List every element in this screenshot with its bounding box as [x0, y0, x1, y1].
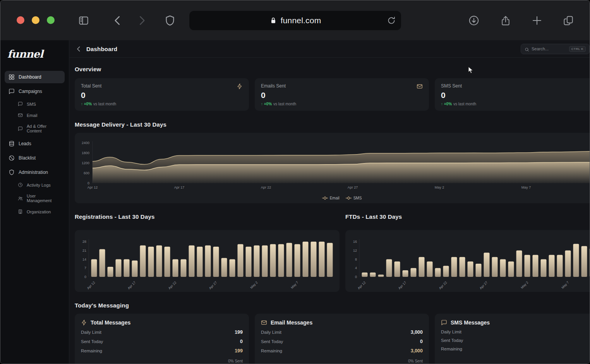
- svg-text:2400: 2400: [82, 141, 89, 145]
- legend-item-sms[interactable]: SMS: [346, 196, 362, 200]
- message-delivery-chart: 0600120018002400Apr 12Apr 17Apr 22Apr 27…: [75, 136, 590, 194]
- tab-overview-icon[interactable]: [563, 15, 574, 26]
- back-icon[interactable]: [112, 15, 123, 26]
- bar: [565, 251, 571, 277]
- bar: [427, 261, 433, 277]
- bar: [443, 266, 449, 277]
- percent-sent-label: 0% Sent: [228, 359, 243, 363]
- today-card-value: 3,000: [411, 330, 423, 335]
- sidebar-item-sms[interactable]: SMS: [14, 100, 65, 108]
- bar: [132, 261, 138, 277]
- back-chevron-icon[interactable]: [75, 46, 82, 52]
- legend-marker-icon: [322, 196, 328, 200]
- bar: [213, 247, 219, 277]
- search-input[interactable]: [532, 46, 567, 51]
- page-title: Dashboard: [86, 46, 117, 52]
- today-card-row: Daily Limit: [441, 330, 590, 334]
- close-window-button[interactable]: [17, 16, 24, 24]
- bar: [230, 259, 235, 277]
- sidebar-item-label: User Management: [27, 194, 61, 203]
- sidebar-item-organization[interactable]: Organization: [14, 207, 65, 216]
- stat-value: 0: [441, 91, 590, 100]
- ftds-heading: FTDs - Last 30 Days: [345, 213, 402, 220]
- today-messaging-cards: Total MessagesDaily Limit199Sent Today0R…: [75, 314, 590, 364]
- sidebar-item-ad-offer-content[interactable]: Ad & Offer Content: [14, 122, 65, 135]
- browser-chrome: funnel.com: [0, 0, 590, 40]
- today-card-row: Daily Limit199: [81, 330, 243, 335]
- sidebar-item-activity-logs[interactable]: Activity Logs: [14, 180, 65, 189]
- main-area: Dashboard CTRL K Overview Total Sent0↑ +…: [69, 40, 590, 364]
- bar: [378, 275, 384, 277]
- new-tab-icon[interactable]: [531, 15, 543, 26]
- sidebar-item-user-management[interactable]: User Management: [14, 192, 65, 205]
- mail-icon: [18, 113, 23, 118]
- bar: [246, 247, 252, 277]
- sidebar-item-campaigns[interactable]: Campaigns: [5, 85, 65, 98]
- registrations-chart-card: 07142128Apr 12Apr 17Apr 22Apr 27May 2May…: [75, 230, 340, 292]
- stat-delta: ↑ +0%vs last month: [81, 102, 243, 106]
- reload-icon[interactable]: [387, 16, 396, 25]
- svg-text:May 2: May 2: [520, 280, 529, 290]
- legend-marker-icon: [346, 196, 352, 200]
- bar: [91, 259, 97, 277]
- svg-text:May 2: May 2: [435, 185, 444, 189]
- stat-delta: ↑ +0%vs last month: [261, 102, 423, 106]
- sidebar-toggle-icon[interactable]: [78, 15, 89, 26]
- bar: [262, 246, 268, 277]
- sidebar-item-leads[interactable]: Leads: [5, 137, 65, 150]
- minimize-window-button[interactable]: [32, 16, 39, 24]
- bar: [140, 246, 146, 277]
- clock-icon: [18, 182, 23, 187]
- svg-text:14: 14: [82, 258, 86, 261]
- stat-value: 0: [261, 91, 423, 100]
- bar: [476, 264, 482, 277]
- bar: [124, 259, 130, 277]
- today-card-title: Total Messages: [91, 319, 130, 326]
- stat-card-emails-sent: Emails Sent0↑ +0%vs last month: [255, 78, 429, 111]
- traffic-lights: [17, 16, 55, 24]
- bar: [319, 242, 325, 277]
- zoom-window-button[interactable]: [47, 16, 55, 24]
- search-box[interactable]: CTRL K: [521, 44, 590, 54]
- sidebar-item-administration[interactable]: Administration: [5, 166, 65, 179]
- svg-text:0: 0: [355, 275, 357, 279]
- bar: [557, 255, 563, 277]
- url-bar[interactable]: funnel.com: [189, 11, 401, 30]
- building-icon: [18, 209, 23, 214]
- svg-text:21: 21: [82, 249, 86, 252]
- bar: [581, 246, 587, 277]
- bar: [500, 259, 506, 277]
- today-messaging-heading: Today's Messaging: [75, 302, 590, 309]
- svg-text:Apr 12: Apr 12: [86, 280, 96, 290]
- bar: [541, 259, 547, 277]
- bar: [156, 246, 162, 277]
- svg-text:28: 28: [82, 240, 86, 244]
- share-icon[interactable]: [500, 15, 511, 26]
- privacy-shield-icon[interactable]: [164, 15, 176, 26]
- overview-heading: Overview: [75, 66, 590, 72]
- search-icon: [525, 46, 529, 51]
- downloads-icon[interactable]: [468, 15, 480, 26]
- bar: [278, 244, 284, 277]
- zap-icon: [81, 319, 87, 326]
- dashboard-content: Overview Total Sent0↑ +0%vs last monthEm…: [69, 66, 590, 364]
- up-arrow-icon: ↑ +0%: [261, 102, 272, 106]
- sidebar-item-email[interactable]: Email: [14, 111, 65, 120]
- bar: [525, 255, 530, 277]
- lock-icon: [269, 17, 277, 24]
- bar: [394, 261, 400, 277]
- svg-text:12: 12: [353, 249, 357, 252]
- today-card-value: 199: [235, 330, 243, 335]
- bar: [492, 257, 498, 277]
- sidebar-item-blacklist[interactable]: Blacklist: [5, 152, 65, 164]
- stat-card-sms-sent: SMS Sent0↑ +0%vs last month: [435, 78, 590, 111]
- today-card-value: 0: [420, 339, 423, 344]
- mail-icon: [417, 83, 423, 89]
- bar: [484, 252, 490, 277]
- today-card-row: Sent Today0: [261, 339, 423, 344]
- svg-text:4: 4: [355, 266, 357, 270]
- legend-item-email[interactable]: Email: [322, 196, 340, 200]
- today-card-title: Email Messages: [271, 319, 312, 326]
- sidebar-item-dashboard[interactable]: Dashboard: [5, 71, 65, 83]
- bar: [435, 268, 441, 277]
